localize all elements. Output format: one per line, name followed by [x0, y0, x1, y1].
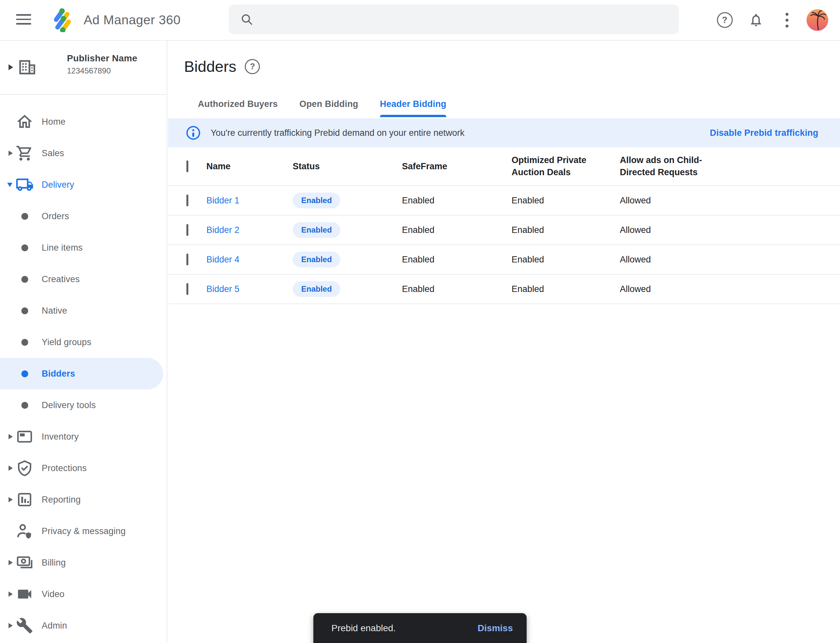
snackbar-toast: Prebid enabled. Dismiss [313, 613, 527, 643]
expand-arrow-icon [8, 150, 13, 156]
sidebar-item-label: Native [42, 306, 67, 316]
bullet-icon [21, 213, 28, 220]
sidebar-item-yield-groups[interactable]: Yield groups [0, 326, 167, 358]
bidder-link[interactable]: Bidder 4 [206, 255, 240, 264]
search-icon [240, 13, 253, 26]
column-header-opad[interactable]: Optimized Private Auction Deals [512, 154, 597, 178]
sidebar-item-label: Delivery tools [42, 400, 96, 410]
account-avatar[interactable] [807, 9, 828, 31]
table-header-row: Name Status SafeFrame Optimized Private … [168, 147, 840, 186]
column-header-name[interactable]: Name [206, 160, 293, 173]
bidder-link[interactable]: Bidder 1 [206, 196, 240, 206]
tab-open-bidding[interactable]: Open Bidding [299, 99, 358, 117]
sidebar-item-native[interactable]: Native [0, 295, 167, 326]
menu-icon[interactable] [16, 13, 31, 26]
prebid-info-banner: You're currently trafficking Prebid dema… [168, 118, 840, 147]
sidebar-item-video[interactable]: Video [0, 578, 167, 610]
sidebar-item-line-items[interactable]: Line items [0, 232, 167, 263]
info-icon [186, 126, 200, 140]
app-title: Ad Manager 360 [84, 0, 180, 40]
notifications-button[interactable] [740, 0, 771, 40]
disable-prebid-link[interactable]: Disable Prebid trafficking [710, 128, 818, 138]
row-checkbox[interactable] [186, 224, 188, 236]
search-input[interactable] [262, 14, 679, 25]
bullet-icon [21, 370, 28, 377]
tab-authorized-buyers[interactable]: Authorized Buyers [198, 99, 278, 117]
child-directed-value: Allowed [620, 255, 840, 265]
palm-tree-image [807, 9, 828, 31]
sidebar-item-inventory[interactable]: Inventory [0, 421, 167, 452]
sidebar-item-creatives[interactable]: Creatives [0, 263, 167, 295]
building-icon [17, 57, 38, 77]
column-header-safeframe[interactable]: SafeFrame [402, 160, 512, 173]
home-icon [15, 113, 34, 131]
truck-icon [15, 176, 34, 194]
ad-manager-app: Ad Manager 360 ? [0, 0, 840, 643]
row-checkbox[interactable] [186, 194, 188, 206]
column-header-child-directed[interactable]: Allow ads on Child-Directed Requests [620, 154, 705, 178]
sidebar-item-protections[interactable]: Protections [0, 452, 167, 484]
sidebar-item-delivery[interactable]: Delivery [0, 169, 167, 201]
bidder-link[interactable]: Bidder 5 [206, 284, 240, 294]
opad-value: Enabled [512, 196, 620, 206]
sidebar: Publisher Name 1234567890 Home Sales Del… [0, 41, 167, 643]
select-all-checkbox[interactable] [186, 160, 188, 172]
safeframe-value: Enabled [402, 255, 512, 265]
sidebar-item-privacy-messaging[interactable]: Privacy & messaging [0, 516, 167, 547]
expand-arrow-icon [8, 497, 13, 502]
shield-check-icon [16, 459, 33, 477]
bidders-table: Name Status SafeFrame Optimized Private … [168, 147, 840, 304]
bell-icon [748, 13, 763, 28]
bidder-link[interactable]: Bidder 2 [206, 225, 240, 235]
sidebar-nav: Home Sales Delivery Orders Line items [0, 95, 167, 641]
inventory-icon [16, 428, 33, 446]
sidebar-item-bidders[interactable]: Bidders [0, 358, 163, 389]
sidebar-item-label: Inventory [42, 432, 79, 442]
tab-bar: Authorized Buyers Open Bidding Header Bi… [198, 99, 446, 117]
publisher-switcher[interactable]: Publisher Name 1234567890 [0, 41, 167, 95]
sidebar-item-label: Line items [42, 243, 83, 253]
page-title: Bidders [184, 57, 236, 75]
status-badge: Enabled [293, 193, 340, 208]
top-header: Ad Manager 360 ? [0, 0, 840, 41]
sidebar-item-delivery-tools[interactable]: Delivery tools [0, 389, 167, 421]
sidebar-item-label: Reporting [42, 495, 81, 505]
more-options-button[interactable] [771, 0, 802, 40]
person-shield-icon [15, 522, 34, 540]
sidebar-item-orders[interactable]: Orders [0, 201, 167, 232]
status-badge: Enabled [293, 281, 340, 297]
sidebar-item-label: Admin [42, 621, 67, 631]
sidebar-item-label: Video [42, 589, 65, 599]
main-content: Bidders ? Authorized Buyers Open Bidding… [168, 41, 840, 643]
safeframe-value: Enabled [402, 196, 512, 206]
row-checkbox[interactable] [186, 283, 188, 295]
child-directed-value: Allowed [620, 196, 840, 206]
column-header-status[interactable]: Status [293, 160, 402, 173]
publisher-id: 1234567890 [67, 66, 137, 75]
sidebar-item-billing[interactable]: Billing [0, 547, 167, 578]
sidebar-item-admin[interactable]: Admin [0, 610, 167, 641]
publisher-name: Publisher Name [67, 53, 137, 64]
expand-arrow-icon [8, 434, 13, 439]
bullet-icon [21, 339, 28, 346]
help-button[interactable]: ? [709, 0, 740, 40]
more-vert-icon [786, 13, 788, 28]
page-help-icon[interactable]: ? [245, 59, 260, 74]
sidebar-item-sales[interactable]: Sales [0, 137, 167, 169]
opad-value: Enabled [512, 255, 620, 265]
dismiss-button[interactable]: Dismiss [478, 623, 513, 633]
tab-header-bidding[interactable]: Header Bidding [380, 99, 446, 117]
ad-manager-logo-icon [49, 7, 74, 32]
row-checkbox[interactable] [186, 254, 188, 265]
video-camera-icon [16, 585, 33, 603]
sidebar-item-reporting[interactable]: Reporting [0, 484, 167, 516]
sidebar-item-label: Home [42, 117, 65, 127]
sidebar-item-label: Protections [42, 463, 87, 473]
collapse-arrow-icon [7, 183, 13, 187]
cart-icon [16, 144, 33, 162]
global-search[interactable] [229, 5, 679, 34]
bullet-icon [21, 276, 28, 283]
sidebar-item-label: Creatives [42, 274, 80, 284]
sidebar-item-label: Sales [42, 148, 64, 158]
sidebar-item-home[interactable]: Home [0, 106, 167, 137]
